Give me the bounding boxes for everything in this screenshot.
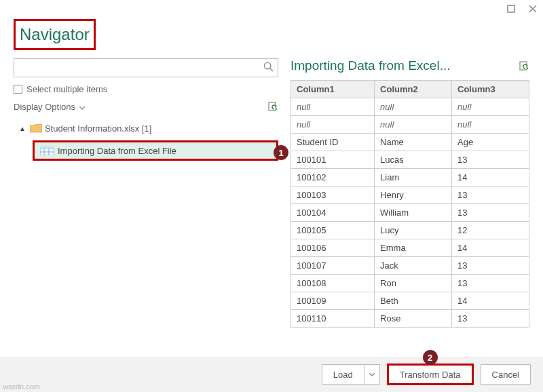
- table-cell: 13: [452, 257, 529, 275]
- preview-panel: Importing Data from Excel... Column1 Col…: [291, 58, 529, 328]
- table-cell: null: [375, 116, 452, 134]
- load-dropdown-button[interactable]: [364, 364, 380, 385]
- display-options-label: Display Options: [14, 102, 75, 112]
- maximize-icon[interactable]: [506, 5, 516, 14]
- table-cell: Rose: [375, 310, 452, 328]
- table-cell: Ron: [375, 275, 452, 292]
- table-cell: 13: [452, 275, 529, 292]
- table-cell: Age: [452, 134, 529, 151]
- table-cell: 100104: [291, 204, 375, 222]
- tree-file-label: Student Information.xlsx [1]: [45, 123, 152, 134]
- table-row: Student IDNameAge: [291, 134, 529, 151]
- refresh-preview-icon[interactable]: [519, 60, 529, 71]
- worksheet-icon: [40, 146, 52, 155]
- table-cell: Lucy: [375, 222, 452, 239]
- table-row: 100108Ron13: [291, 275, 529, 292]
- table-cell: 14: [452, 239, 529, 257]
- svg-rect-0: [508, 5, 514, 12]
- watermark: wsxdn.com: [3, 383, 40, 391]
- select-multiple-checkbox[interactable]: Select multiple items: [14, 84, 278, 94]
- close-icon[interactable]: [528, 5, 538, 14]
- table-cell: 100109: [291, 292, 375, 310]
- table-cell: 13: [452, 204, 529, 222]
- table-row: 100104William13: [291, 204, 529, 222]
- table-cell: 13: [452, 187, 529, 204]
- col-header[interactable]: Column2: [375, 81, 452, 98]
- table-cell: 100101: [291, 151, 375, 169]
- tree-file-node[interactable]: ▲ Student Information.xlsx [1]: [19, 119, 278, 138]
- table-cell: Emma: [375, 239, 452, 257]
- load-button[interactable]: Load: [322, 364, 364, 385]
- title-bar: [0, 0, 543, 19]
- table-cell: 13: [452, 310, 529, 328]
- svg-rect-13: [40, 146, 54, 149]
- tree-view: ▲ Student Information.xlsx [1] Importing…: [14, 119, 278, 161]
- transform-data-button[interactable]: Transform Data: [387, 364, 474, 385]
- table-cell: 14: [452, 169, 529, 187]
- table-cell: Henry: [375, 187, 452, 204]
- table-row: 100102Liam14: [291, 169, 529, 187]
- table-cell: 100110: [291, 310, 375, 328]
- table-cell: 100103: [291, 187, 375, 204]
- table-row: 100105Lucy12: [291, 222, 529, 239]
- navigator-title: Navigator: [14, 19, 96, 50]
- table-cell: null: [452, 116, 529, 134]
- svg-point-3: [264, 62, 270, 68]
- preview-table: Column1 Column2 Column3 nullnullnullnull…: [291, 80, 529, 328]
- refresh-icon[interactable]: [267, 101, 278, 112]
- table-row: 100110Rose13: [291, 310, 529, 328]
- svg-marker-7: [30, 124, 42, 132]
- tree-sheet-node[interactable]: Importing Data from Excel File 1: [33, 140, 278, 161]
- table-cell: 13: [452, 151, 529, 169]
- tree-sheet-label: Importing Data from Excel File: [58, 146, 176, 156]
- select-multiple-label: Select multiple items: [26, 84, 107, 94]
- search-box[interactable]: [14, 58, 278, 77]
- table-cell: Lucas: [375, 151, 452, 169]
- table-cell: 12: [452, 222, 529, 239]
- table-cell: 100106: [291, 239, 375, 257]
- table-cell: null: [291, 116, 375, 134]
- footer-bar: Load 2 Transform Data Cancel: [0, 357, 543, 392]
- search-icon[interactable]: [263, 62, 274, 74]
- table-row: nullnullnull: [291, 98, 529, 116]
- left-panel: Select multiple items Display Options ▲: [14, 58, 278, 328]
- table-cell: Name: [375, 134, 452, 151]
- search-input[interactable]: [18, 60, 263, 76]
- col-header[interactable]: Column1: [291, 81, 375, 98]
- table-row: 100103Henry13: [291, 187, 529, 204]
- table-cell: William: [375, 204, 452, 222]
- caret-down-icon: ▲: [19, 125, 26, 132]
- table-cell: Jack: [375, 257, 452, 275]
- table-cell: 100105: [291, 222, 375, 239]
- table-cell: null: [375, 98, 452, 116]
- table-row: 100109Beth14: [291, 292, 529, 310]
- col-header[interactable]: Column3: [452, 81, 529, 98]
- table-row: 100107Jack13: [291, 257, 529, 275]
- table-header-row: Column1 Column2 Column3: [291, 81, 529, 98]
- table-cell: null: [452, 98, 529, 116]
- table-cell: Beth: [375, 292, 452, 310]
- display-options-dropdown[interactable]: Display Options: [14, 102, 267, 112]
- table-cell: Student ID: [291, 134, 375, 151]
- table-row: 100106Emma14: [291, 239, 529, 257]
- table-cell: null: [291, 98, 375, 116]
- chevron-down-icon: [369, 373, 375, 376]
- table-cell: Liam: [375, 169, 452, 187]
- load-split-button[interactable]: Load: [322, 364, 380, 385]
- file-icon: [30, 124, 41, 133]
- chevron-down-icon: [79, 102, 85, 112]
- preview-title: Importing Data from Excel...: [291, 58, 519, 73]
- cancel-button[interactable]: Cancel: [481, 364, 531, 385]
- table-row: 100101Lucas13: [291, 151, 529, 169]
- table-cell: 100102: [291, 169, 375, 187]
- table-row: nullnullnull: [291, 116, 529, 134]
- annotation-badge-1: 1: [274, 145, 288, 160]
- table-cell: 14: [452, 292, 529, 310]
- table-cell: 100108: [291, 275, 375, 292]
- checkbox-icon: [14, 85, 22, 94]
- annotation-badge-2: 2: [423, 350, 438, 365]
- table-cell: 100107: [291, 257, 375, 275]
- svg-line-4: [270, 68, 273, 71]
